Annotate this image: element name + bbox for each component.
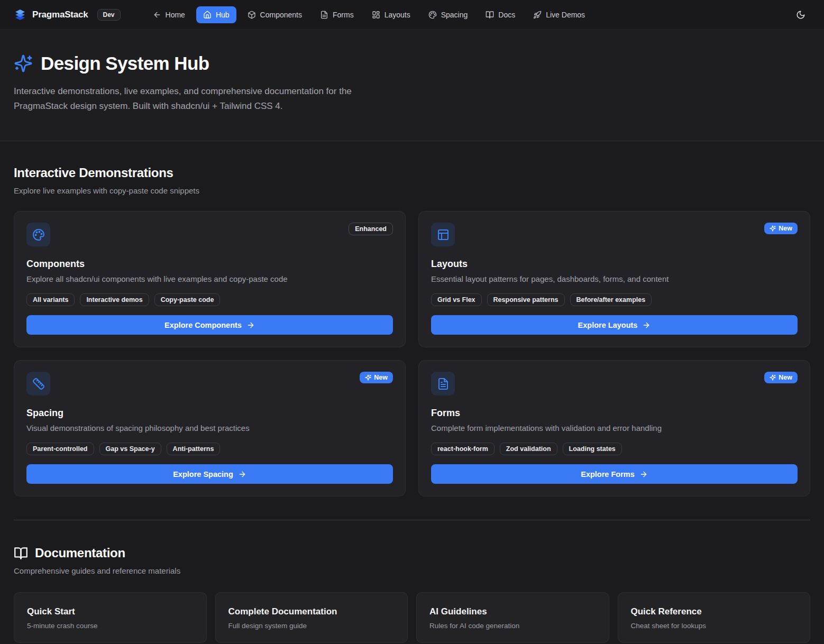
demo-card-components: Enhanced Components Explore all shadcn/u… [14,211,406,347]
explore-components-button[interactable]: Explore Components [26,315,393,335]
nav-item-home[interactable]: Home [146,6,192,23]
demos-section-subheading: Explore live examples with copy-paste co… [14,186,810,195]
main-content: Interactive Demonstrations Explore live … [0,141,824,643]
book-open-icon [14,546,28,560]
book-open-icon [486,11,494,19]
tag: Zod validation [500,443,557,455]
nav-item-hub[interactable]: Hub [196,6,236,23]
card-description: Visual demonstrations of spacing philoso… [26,424,393,433]
layout-grid-icon [372,11,380,19]
tag: Responsive patterns [487,293,565,306]
doc-card-title: Quick Reference [631,606,798,617]
tag: Parent-controlled [26,443,94,455]
button-label: Explore Components [164,321,242,329]
badge-label: New [779,225,792,232]
card-title: Spacing [26,408,393,419]
card-title: Layouts [431,259,798,270]
nav-item-spacing[interactable]: Spacing [422,6,475,23]
tag: Copy-paste code [154,293,221,306]
section-divider [14,520,810,520]
arrow-right-icon [642,321,651,329]
card-title: Forms [431,408,798,419]
status-badge: New [360,372,393,383]
nav-item-docs[interactable]: Docs [479,6,522,23]
palette-icon [26,223,50,246]
nav-item-label: Spacing [441,11,468,19]
docs-card-grid: Quick Start 5-minute crash course Comple… [14,592,810,643]
doc-card-title: Complete Documentation [228,606,395,617]
card-description: Essential layout patterns for pages, das… [431,274,798,283]
button-label: Explore Spacing [173,470,233,479]
sparkles-icon [770,225,776,232]
button-label: Explore Forms [581,470,635,479]
nav-item-label: Forms [333,11,354,19]
doc-card-quick-reference[interactable]: Quick Reference Cheat sheet for lookups [618,592,811,643]
tag: Interactive demos [80,293,149,306]
hero-section: Design System Hub Interactive demonstrat… [0,30,824,141]
tag-row: Parent-controlled Gap vs Space-y Anti-pa… [26,443,393,455]
brand[interactable]: PragmaStack Dev [14,8,121,21]
doc-card-complete-documentation[interactable]: Complete Documentation Full design syste… [215,592,408,643]
nav-item-label: Docs [498,11,515,19]
badge-label: New [374,374,388,381]
brand-name: PragmaStack [32,10,88,20]
demo-card-forms: New Forms Complete form implementations … [418,360,810,496]
theme-toggle-button[interactable] [791,5,810,24]
demo-card-spacing: New Spacing Visual demonstrations of spa… [14,360,406,496]
doc-card-description: 5-minute crash course [27,622,194,630]
doc-card-title: Quick Start [27,606,194,617]
tag: Gap vs Space-y [99,443,161,455]
nav-item-label: Home [166,11,185,19]
doc-card-title: AI Guidelines [429,606,596,617]
tag: Anti-patterns [167,443,221,455]
demo-card-layouts: New Layouts Essential layout patterns fo… [418,211,810,347]
card-description: Complete form implementations with valid… [431,424,798,433]
tag: All variants [26,293,75,306]
sparkles-icon [365,374,371,381]
nav-item-components[interactable]: Components [241,6,309,23]
explore-layouts-button[interactable]: Explore Layouts [431,315,798,335]
badge-label: New [779,374,792,381]
demos-section-heading: Interactive Demonstrations [14,141,810,180]
doc-card-description: Cheat sheet for lookups [631,622,798,630]
doc-card-description: Rules for AI code generation [429,622,596,630]
moon-icon [796,10,805,20]
tag: react-hook-form [431,443,495,455]
tag-row: All variants Interactive demos Copy-past… [26,293,393,306]
explore-forms-button[interactable]: Explore Forms [431,464,798,484]
status-badge: Enhanced [349,223,393,235]
file-text-icon [320,11,328,19]
nav-item-forms[interactable]: Forms [313,6,361,23]
layers-logo-icon [14,8,26,21]
doc-card-quick-start[interactable]: Quick Start 5-minute crash course [14,592,207,643]
arrow-right-icon [639,470,648,479]
tag: Loading states [563,443,622,455]
tag-row: react-hook-form Zod validation Loading s… [431,443,798,455]
status-badge: New [764,372,798,383]
nav-item-label: Components [260,11,302,19]
tag: Before/after examples [570,293,652,306]
page-title: Design System Hub [41,53,209,74]
card-description: Explore all shadcn/ui components with li… [26,274,393,283]
nav-item-live-demos[interactable]: Live Demos [526,6,592,23]
sparkles-icon [770,374,776,381]
doc-card-ai-guidelines[interactable]: AI Guidelines Rules for AI code generati… [416,592,609,643]
nav-item-label: Layouts [384,11,410,19]
panel-top-icon [431,223,455,246]
nav-item-label: Hub [216,11,230,19]
explore-spacing-button[interactable]: Explore Spacing [26,464,393,484]
arrow-right-icon [238,470,246,479]
env-badge: Dev [97,9,121,21]
doc-card-description: Full design system guide [228,622,395,630]
arrow-right-icon [246,321,255,329]
nav-item-layouts[interactable]: Layouts [365,6,417,23]
rocket-icon [533,11,542,19]
page-description: Interactive demonstrations, live example… [14,84,405,113]
docs-section-subheading: Comprehensive guides and reference mater… [14,566,810,575]
file-text-icon [431,372,455,395]
house-icon [203,11,212,19]
navbar: PragmaStack Dev Home Hub Components Fo [0,0,824,30]
tag-row: Grid vs Flex Responsive patterns Before/… [431,293,798,306]
card-title: Components [26,259,393,270]
arrow-left-icon [153,11,161,19]
